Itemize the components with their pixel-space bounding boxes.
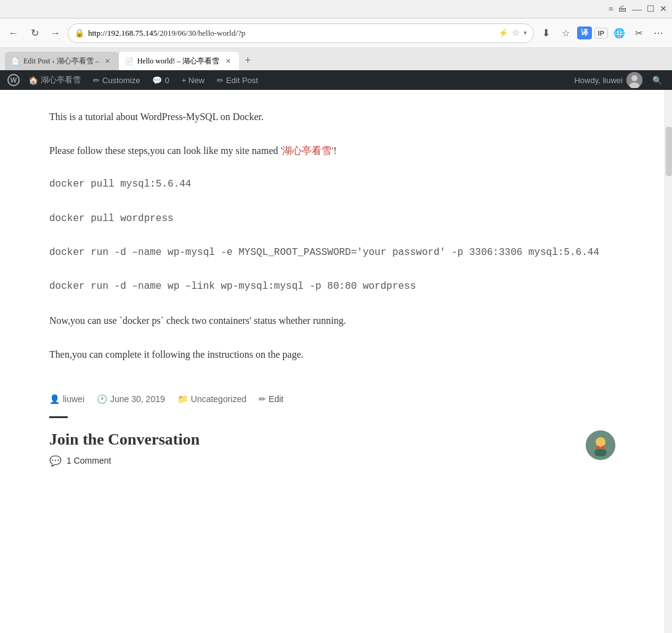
titlebar-icons: ≡ 🖮 — ☐ ✕ [609,4,667,15]
post-paragraph-4: docker pull wordpress [49,211,615,227]
post-paragraph-3: docker pull mysql:5.6.44 [49,176,615,193]
edit-post-label: Edit Post [226,76,258,85]
join-title: Join the Conversation [49,430,615,449]
more-icon[interactable]: ⋯ [650,25,667,42]
browser-titlebar: ≡ 🖮 — ☐ ✕ [0,0,672,18]
join-conversation: Join the Conversation 💬 1 Comment [49,430,615,467]
paragraph-7-text: Now,you can use `docker ps` check two co… [49,315,346,326]
tab-hello-world[interactable]: 📄 Hello world! – 湖心亭看雪 ✕ [119,52,240,70]
back-button[interactable]: ← [5,25,22,42]
star-icon[interactable]: ☆ [512,28,520,38]
maximize-icon[interactable]: ☐ [647,4,655,14]
comments-count: 0 [164,76,169,85]
tab-favicon-hello: 📄 [125,57,134,65]
url-path: /2019/06/30/hello-world/?p [157,28,245,38]
section-divider [49,416,68,418]
tab-label-hello: Hello world! – 湖心亭看雪 [137,56,220,67]
download-icon[interactable]: ⬇ [538,25,555,42]
keyboard-icon[interactable]: 🖮 [618,4,627,14]
tab-favicon-edit: 📄 [11,57,20,65]
search-icon: 🔍 [652,76,662,85]
scrollbar[interactable] [665,90,672,633]
forward-button[interactable]: → [47,25,64,42]
admin-bar-new[interactable]: + New [176,70,211,90]
toolbar-actions: ⬇ ☆ 译 IP 🌐 ✂ ⋯ [538,25,667,42]
customize-icon: ✏ [93,76,100,85]
site-link[interactable]: '湖心亭看雪' [280,145,333,156]
ip-button[interactable]: IP [594,28,608,39]
menu-icon[interactable]: ≡ [609,4,613,14]
translate-button[interactable]: 译 [577,26,592,39]
scissors-icon[interactable]: ✂ [630,25,647,42]
svg-point-8 [596,446,600,450]
site-link-text: '湖心亭看雪' [280,145,333,156]
date-icon: 🕐 [97,394,107,404]
code-6: docker run -d –name wp –link wp-mysql:my… [49,281,416,292]
paragraph-8-text: Then,you can complete it following the i… [49,349,304,360]
wp-logo[interactable]: W [5,70,22,90]
customize-label: Customize [102,76,140,85]
bookmark-icon[interactable]: ☆ [557,25,575,42]
code-3: docker pull mysql:5.6.44 [49,179,191,190]
svg-point-3 [631,75,638,81]
paragraph-2-before: Please follow these steps,you can look l… [49,145,280,156]
comment-summary: 💬 1 Comment [49,455,586,467]
meta-category: 📁 Uncategorized [177,394,246,404]
category-name: Uncategorized [191,394,246,404]
post-paragraph-1: This is a tutorial about WordPress-MySQL… [49,108,615,125]
site-icon: 🏠 [28,76,38,85]
extension1-icon[interactable]: 🌐 [610,25,628,42]
admin-bar-site[interactable]: 🏠 湖心亭看雪 [22,70,87,90]
address-bar[interactable]: 🔒 http://192.168.75.145/2019/06/30/hello… [68,23,534,43]
address-url: http://192.168.75.145/2019/06/30/hello-w… [88,28,495,38]
post-paragraph-8: Then,you can complete it following the i… [49,346,615,363]
user-avatar [626,72,642,88]
edit-link[interactable]: ✏ Edit [259,394,283,404]
browser-toolbar: ← ↻ → 🔒 http://192.168.75.145/2019/06/30… [0,18,672,48]
svg-text:W: W [10,76,17,84]
lock-icon: 🔒 [75,28,84,38]
url-host: http://192.168.75.145 [88,28,157,38]
new-tab-button[interactable]: + [239,52,256,69]
new-label: + New [182,76,204,85]
comments-icon: 💬 [152,76,162,85]
browser-tabs: 📄 Edit Post ‹ 湖心亭看雪 – ✕ 📄 Hello world! –… [0,48,672,70]
admin-bar-customize[interactable]: ✏ Customize [87,70,146,90]
tab-close-edit[interactable]: ✕ [103,56,113,66]
edit-label: Edit [269,394,283,404]
lightning-icon: ⚡ [498,28,508,38]
svg-rect-7 [594,449,607,456]
site-name: 湖心亭看雪 [41,75,81,86]
tab-close-hello[interactable]: ✕ [223,56,233,66]
svg-point-6 [596,437,605,447]
comment-count: 1 Comment [67,456,111,466]
paragraph-2-after: ! [333,145,336,156]
page-content: This is a tutorial about WordPress-MySQL… [0,90,665,633]
admin-bar-search[interactable]: 🔍 [647,70,667,90]
post-paragraph-5: docker run -d –name wp-mysql -e MYSQL_RO… [49,244,615,261]
post-paragraph-6: docker run -d –name wp –link wp-mysql:my… [49,278,615,295]
tab-edit-post[interactable]: 📄 Edit Post ‹ 湖心亭看雪 – ✕ [5,52,119,70]
admin-bar-comments[interactable]: 💬 0 [146,70,175,90]
main-layout: This is a tutorial about WordPress-MySQL… [0,90,672,633]
chevron-down-icon[interactable]: ▾ [524,29,527,37]
svg-point-9 [601,446,605,450]
reload-button[interactable]: ↻ [26,25,43,42]
comment-bubble-icon: 💬 [49,455,62,467]
minimize-icon[interactable]: — [632,4,642,15]
post-date: June 30, 2019 [110,394,165,404]
category-icon: 📁 [177,394,188,404]
code-4: docker pull wordpress [49,213,174,224]
post-paragraph-7: Now,you can use `docker ps` check two co… [49,312,615,329]
close-icon[interactable]: ✕ [660,4,667,14]
author-icon: 👤 [49,394,60,404]
meta-edit[interactable]: ✏ Edit [259,394,283,404]
paragraph-1-text: This is a tutorial about WordPress-MySQL… [49,111,264,122]
tab-label-edit: Edit Post ‹ 湖心亭看雪 – [23,56,99,67]
admin-bar-edit-post[interactable]: ✏ Edit Post [211,70,264,90]
admin-bar-howdy[interactable]: Howdy, liuwei [569,70,647,90]
post-paragraph-2: Please follow these steps,you can look l… [49,142,615,159]
meta-date: 🕐 June 30, 2019 [97,394,165,404]
scrollbar-thumb[interactable] [666,127,672,176]
post-meta: 👤 liuwei 🕐 June 30, 2019 📁 Uncategorized… [49,382,615,404]
